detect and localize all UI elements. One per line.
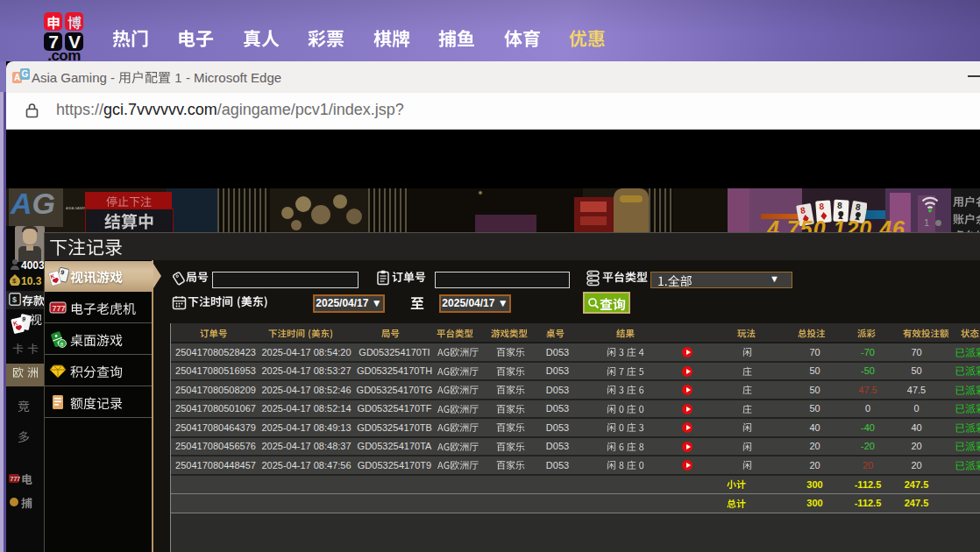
svg-text:777: 777 (11, 476, 21, 482)
svg-text:$: $ (12, 277, 17, 285)
svg-text:8: 8 (837, 201, 843, 210)
svg-text:$: $ (12, 295, 17, 304)
svg-text:777: 777 (53, 304, 66, 313)
